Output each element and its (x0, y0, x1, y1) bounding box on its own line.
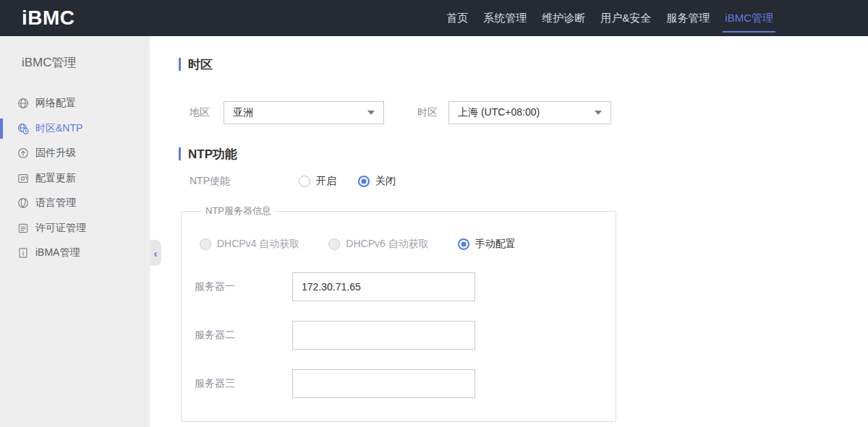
server-one-input[interactable] (292, 272, 475, 301)
server-two-label: 服务器二 (195, 329, 292, 342)
network-config-icon (17, 98, 29, 109)
ntp-section-title: NTP功能 (179, 146, 868, 162)
radio-unchecked-icon (299, 176, 310, 187)
section-title-text: 时区 (188, 56, 213, 73)
sidebar-collapse-button[interactable]: ‹ (150, 240, 161, 266)
ntp-enable-radio-group: 开启 关闭 (299, 175, 396, 188)
nav-item-system-management[interactable]: 系统管理 (481, 0, 529, 36)
ntp-mode-radio-group: DHCPv4 自动获取 DHCPv6 自动获取 手动配置 (200, 238, 616, 251)
chevron-down-icon (367, 111, 375, 115)
region-select-value: 亚洲 (233, 106, 253, 119)
sidebar-item-ibma-management[interactable]: iBMA管理 (0, 241, 150, 266)
section-title-accent-bar (179, 58, 181, 71)
sidebar-item-label: 配置更新 (35, 172, 76, 185)
ntp-enable-label: NTP使能 (190, 175, 299, 188)
server-two-input[interactable] (292, 321, 475, 350)
radio-checked-icon (358, 176, 370, 187)
server-one-label: 服务器一 (195, 280, 292, 293)
dhcpv6-auto-radio: DHCPv6 自动获取 (328, 238, 428, 251)
sidebar-item-label: iBMA管理 (35, 246, 80, 259)
sidebar-item-label: 许可证管理 (35, 222, 86, 235)
sidebar-item-label: 固件升级 (35, 147, 76, 160)
timezone-ntp-icon (17, 123, 29, 134)
sidebar-item-label: 时区&NTP (35, 122, 82, 135)
sidebar-item-config-update[interactable]: 配置更新 (0, 166, 150, 191)
server-one-row: 服务器一 (195, 272, 616, 301)
sidebar-title: iBMC管理 (0, 36, 150, 71)
ibma-icon (17, 247, 29, 259)
dhcpv4-auto-radio: DHCPv4 自动获取 (200, 238, 299, 251)
radio-checked-icon (458, 238, 469, 250)
chevron-down-icon (595, 111, 602, 115)
sidebar-item-label: 网络配置 (35, 97, 76, 110)
top-navigation: 首页 系统管理 维护诊断 用户&安全 服务管理 iBMC管理 (433, 0, 775, 36)
topbar: iBMC 首页 系统管理 维护诊断 用户&安全 服务管理 iBMC管理 (0, 0, 868, 36)
sidebar: iBMC管理 网络配置 时区&NTP (0, 36, 150, 427)
ntp-enable-off-radio[interactable]: 关闭 (358, 175, 396, 188)
server-two-row: 服务器二 (195, 321, 616, 350)
timezone-select[interactable]: 上海 (UTC+08:00) (448, 101, 611, 124)
section-title-accent-bar (179, 147, 181, 160)
ibmc-logo: iBMC (22, 7, 75, 30)
radio-disabled-icon (200, 238, 211, 250)
server-three-input[interactable] (292, 369, 475, 398)
nav-item-home[interactable]: 首页 (444, 0, 470, 36)
region-select[interactable]: 亚洲 (224, 101, 384, 124)
ntp-enable-on-radio[interactable]: 开启 (299, 175, 336, 188)
firmware-upgrade-icon (17, 147, 29, 159)
region-label: 地区 (190, 106, 224, 119)
ntp-server-info-group: NTP服务器信息 DHCPv4 自动获取 DHCPv6 自动获取 手动配置 服务… (181, 204, 616, 422)
section-title-text: NTP功能 (188, 146, 237, 163)
sidebar-item-language-management[interactable]: 语言管理 (0, 191, 150, 216)
sidebar-item-timezone-ntp[interactable]: 时区&NTP (0, 116, 150, 142)
license-icon (17, 223, 29, 234)
radio-disabled-icon (328, 238, 340, 250)
nav-item-ibmc-management[interactable]: iBMC管理 (723, 0, 775, 36)
chevron-left-icon: ‹ (154, 247, 158, 259)
ntp-server-info-legend: NTP服务器信息 (201, 204, 276, 217)
manual-config-radio[interactable]: 手动配置 (458, 238, 516, 251)
nav-item-service-management[interactable]: 服务管理 (664, 0, 712, 36)
sidebar-item-firmware-upgrade[interactable]: 固件升级 (0, 141, 150, 166)
sidebar-menu: 网络配置 时区&NTP 固件升级 (0, 91, 150, 266)
nav-item-maintenance-diagnosis[interactable]: 维护诊断 (540, 0, 587, 36)
timezone-section-title: 时区 (179, 56, 868, 72)
nav-item-user-security[interactable]: 用户&安全 (598, 0, 653, 36)
config-update-icon (17, 173, 29, 184)
ntp-enable-row: NTP使能 开启 关闭 (179, 174, 868, 189)
timezone-form-row: 地区 亚洲 时区 上海 (UTC+08:00) (179, 101, 868, 124)
main-content: 时区 地区 亚洲 时区 上海 (UTC+08:00) NTP功能 NTP使能 开… (150, 36, 868, 427)
server-three-row: 服务器三 (195, 369, 616, 398)
timezone-label: 时区 (417, 106, 448, 119)
sidebar-item-license-management[interactable]: 许可证管理 (0, 216, 150, 241)
sidebar-item-network-config[interactable]: 网络配置 (0, 91, 150, 116)
timezone-select-value: 上海 (UTC+08:00) (458, 106, 540, 119)
sidebar-item-label: 语言管理 (35, 197, 76, 210)
server-three-label: 服务器三 (195, 377, 292, 390)
language-icon (17, 197, 29, 209)
